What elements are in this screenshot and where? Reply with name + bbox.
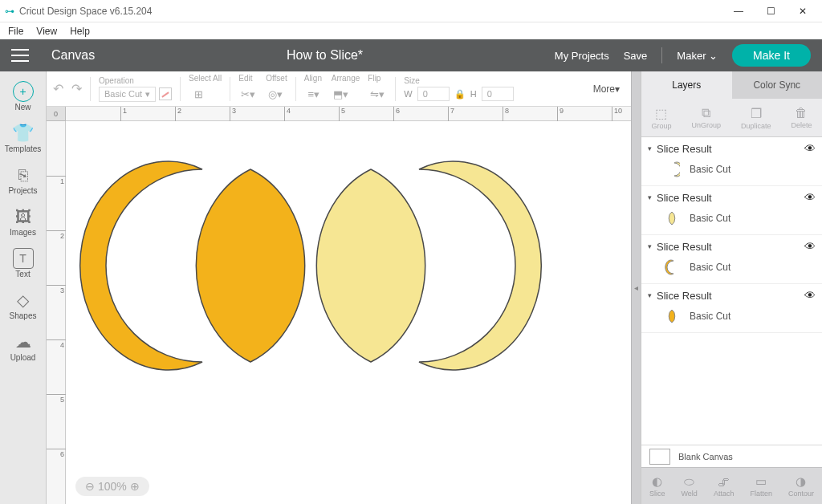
flip-button[interactable]: ⇋▾ (368, 84, 387, 104)
window-close[interactable]: ✕ (788, 2, 817, 20)
layer-item[interactable]: ▾Slice Result👁 Basic Cut (641, 284, 822, 333)
nav-text[interactable]: TText (4, 243, 43, 283)
ruler-corner: 0 (47, 107, 66, 121)
undo-button[interactable]: ↶ (53, 81, 63, 96)
shape-crescent-light[interactable] (419, 161, 541, 370)
hamburger-menu[interactable] (11, 49, 29, 62)
weld-icon: ⬭ (684, 474, 694, 489)
eye-icon[interactable]: 👁 (804, 240, 816, 253)
selectall-icon: ⊞ (189, 84, 208, 104)
caret-icon[interactable]: ▾ (648, 242, 652, 250)
menu-help[interactable]: Help (70, 26, 90, 37)
bt-slice[interactable]: ◐Slice (649, 474, 665, 498)
caret-icon[interactable]: ▾ (648, 193, 652, 201)
mat-swatch (649, 449, 670, 465)
canvas[interactable] (66, 121, 631, 504)
height-input[interactable]: 0 (482, 87, 514, 101)
titlebar: ⊶ Cricut Design Space v6.15.204 — ☐ ✕ (0, 0, 822, 22)
header-bar: Canvas How to Slice* My Projects Save Ma… (0, 39, 822, 71)
mat-row[interactable]: Blank Canvas (641, 445, 822, 467)
bt-attach[interactable]: 🖇Attach (714, 475, 735, 498)
duplicate-icon: ❐ (751, 106, 762, 121)
color-swatch[interactable] (159, 87, 172, 100)
align-button[interactable]: ≡▾ (304, 84, 324, 104)
shapes-icon: ◇ (13, 290, 34, 311)
window-minimize[interactable]: — (724, 2, 753, 20)
eye-icon[interactable]: 👁 (804, 289, 816, 302)
bt-contour[interactable]: ◑Contour (788, 474, 814, 498)
projects-icon: ⎘ (13, 165, 34, 185)
shirt-icon: 👕 (13, 123, 34, 144)
window-maximize[interactable]: ☐ (756, 2, 785, 20)
zoom-in-icon[interactable]: ⊕ (130, 480, 140, 493)
op-group[interactable]: ⬚Group (651, 106, 671, 130)
operation-group: Operation Basic Cut ▾ (99, 76, 172, 102)
redo-button[interactable]: ↷ (71, 81, 82, 96)
contour-icon: ◑ (796, 474, 806, 489)
bt-flatten[interactable]: ▭Flatten (750, 474, 772, 498)
op-ungroup[interactable]: ⧉UnGroup (691, 106, 721, 129)
bottom-tools: ◐Slice ⬭Weld 🖇Attach ▭Flatten ◑Contour (641, 467, 822, 504)
layer-list: ▾Slice Result👁 Basic Cut ▾Slice Result👁 … (641, 137, 822, 445)
nav-shapes[interactable]: ◇Shapes (4, 285, 43, 325)
ruler-horizontal: 1 2 3 4 5 6 7 8 9 10 (66, 107, 631, 121)
attach-icon: 🖇 (718, 475, 730, 489)
project-name[interactable]: How to Slice* (108, 48, 542, 63)
canvas-label: Canvas (51, 48, 95, 63)
bt-weld[interactable]: ⬭Weld (682, 474, 698, 498)
op-delete[interactable]: 🗑Delete (791, 106, 812, 129)
menu-file[interactable]: File (8, 26, 23, 37)
tab-colorsync[interactable]: Color Sync (732, 71, 823, 99)
arrange-button[interactable]: ⬒▾ (332, 84, 351, 104)
nav-images[interactable]: 🖼Images (4, 201, 43, 242)
shape-lens-gold[interactable] (196, 169, 304, 362)
image-icon: 🖼 (13, 206, 34, 227)
caret-icon[interactable]: ▾ (648, 144, 652, 152)
nav-templates[interactable]: 👕Templates (4, 118, 43, 158)
tab-layers[interactable]: Layers (641, 71, 732, 99)
top-toolbar: ↶ ↷ Operation Basic Cut ▾ Select All ⊞ E… (47, 71, 631, 107)
cloud-icon: ☁ (13, 331, 34, 352)
zoom-control[interactable]: ⊖ 100% ⊕ (75, 477, 149, 496)
layer-ops: ⬚Group ⧉UnGroup ❐Duplicate 🗑Delete (641, 99, 822, 137)
layer-item[interactable]: ▾Slice Result👁 Basic Cut (641, 137, 822, 186)
center-area: ↶ ↷ Operation Basic Cut ▾ Select All ⊞ E… (47, 71, 631, 504)
edit-button[interactable]: ✂▾ (238, 84, 258, 104)
more-button[interactable]: More▾ (593, 83, 620, 95)
op-duplicate[interactable]: ❐Duplicate (741, 106, 771, 130)
shape-lens-light[interactable] (316, 169, 425, 362)
eye-icon[interactable]: 👁 (804, 142, 816, 155)
offset-button[interactable]: ◎▾ (266, 84, 285, 104)
chevron-down-icon: ▾ (145, 89, 150, 100)
plus-icon: + (13, 81, 34, 102)
slice-icon: ◐ (652, 474, 662, 489)
width-input[interactable]: 0 (417, 87, 450, 101)
menubar: File View Help (0, 22, 822, 39)
menu-view[interactable]: View (36, 26, 57, 37)
trash-icon: 🗑 (795, 106, 808, 120)
layer-item[interactable]: ▾Slice Result👁 Basic Cut (641, 235, 822, 284)
left-nav: +New 👕Templates ⎘Projects 🖼Images TText … (0, 71, 47, 504)
ruler-vertical: 1 2 3 4 5 6 (47, 121, 66, 504)
operation-dropdown[interactable]: Basic Cut ▾ (99, 87, 156, 102)
my-projects-link[interactable]: My Projects (555, 50, 609, 62)
app-title: Cricut Design Space v6.15.204 (19, 6, 724, 17)
selectall-group[interactable]: Select All ⊞ (189, 74, 222, 104)
nav-projects[interactable]: ⎘Projects (4, 160, 43, 200)
save-button[interactable]: Save (624, 50, 648, 62)
make-it-button[interactable]: Make It (732, 44, 811, 67)
layer-item[interactable]: ▾Slice Result👁 Basic Cut (641, 186, 822, 235)
chevron-down-icon: ⌄ (709, 50, 718, 62)
nav-new[interactable]: +New (4, 76, 43, 116)
eye-icon[interactable]: 👁 (804, 191, 816, 204)
flatten-icon: ▭ (755, 474, 767, 489)
lock-icon[interactable]: 🔒 (454, 89, 466, 100)
nav-upload[interactable]: ☁Upload (4, 327, 43, 367)
machine-selector[interactable]: Maker ⌄ (677, 50, 718, 62)
zoom-out-icon[interactable]: ⊖ (85, 480, 95, 493)
shape-crescent-gold[interactable] (80, 161, 202, 370)
caret-icon[interactable]: ▾ (648, 291, 652, 299)
layers-panel: Layers Color Sync ⬚Group ⧉UnGroup ❐Dupli… (641, 71, 822, 504)
app-logo: ⊶ (5, 6, 14, 17)
ungroup-icon: ⧉ (702, 106, 710, 120)
